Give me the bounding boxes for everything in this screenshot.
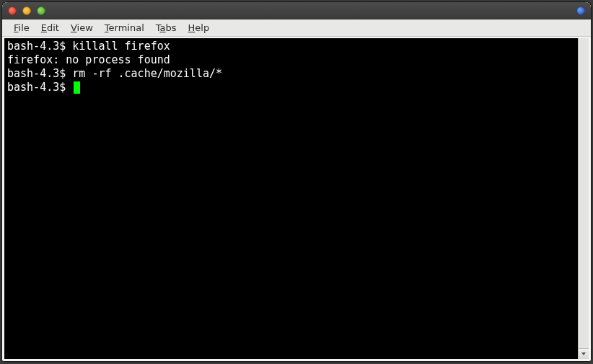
titlebar[interactable] (2, 2, 591, 19)
terminal-line: firefox: no process found (7, 53, 578, 67)
menubar: File Edit View Terminal Tabs Help (2, 19, 591, 37)
terminal-line: bash-4.3$ (7, 81, 578, 94)
scrollbar-track[interactable] (579, 38, 589, 348)
minimize-icon[interactable] (22, 6, 31, 15)
menu-edit-rest: dit (47, 22, 59, 33)
prompt-text: bash-4.3$ (7, 40, 72, 53)
menu-terminal-rest: erminal (109, 22, 144, 33)
menu-help-rest: elp (195, 22, 209, 33)
terminal-line: bash-4.3$ rm -rf .cache/mozilla/* (7, 67, 578, 81)
prompt-text: bash-4.3$ (7, 81, 72, 94)
scroll-down-button[interactable] (579, 348, 589, 359)
terminal-window: File Edit View Terminal Tabs Help bash-4… (1, 1, 592, 362)
menu-file[interactable]: File (8, 21, 35, 35)
window-menu-icon[interactable] (576, 6, 585, 15)
window-controls (8, 6, 45, 15)
menu-view[interactable]: View (65, 21, 99, 35)
menu-tabs[interactable]: Tabs (150, 21, 183, 35)
menu-edit[interactable]: Edit (35, 21, 65, 35)
menu-terminal[interactable]: Terminal (99, 21, 150, 35)
terminal-output[interactable]: bash-4.3$ killall firefoxfirefox: no pro… (4, 38, 578, 359)
command-text: killall firefox (72, 40, 170, 53)
prompt-text: bash-4.3$ (7, 67, 72, 80)
terminal-container: bash-4.3$ killall firefoxfirefox: no pro… (2, 37, 591, 361)
menu-help[interactable]: Help (183, 21, 216, 35)
close-icon[interactable] (8, 6, 17, 15)
menu-view-rest: iew (77, 22, 93, 33)
scrollbar[interactable] (578, 38, 589, 359)
terminal-line: bash-4.3$ killall firefox (7, 40, 578, 53)
maximize-icon[interactable] (37, 6, 45, 15)
cursor (74, 81, 80, 94)
command-text: firefox: no process found (7, 53, 170, 66)
command-text: rm -rf .cache/mozilla/* (72, 67, 222, 80)
chevron-down-icon (581, 351, 587, 357)
menu-file-rest: ile (19, 22, 30, 33)
menu-tabs-rest: bs (166, 22, 177, 33)
